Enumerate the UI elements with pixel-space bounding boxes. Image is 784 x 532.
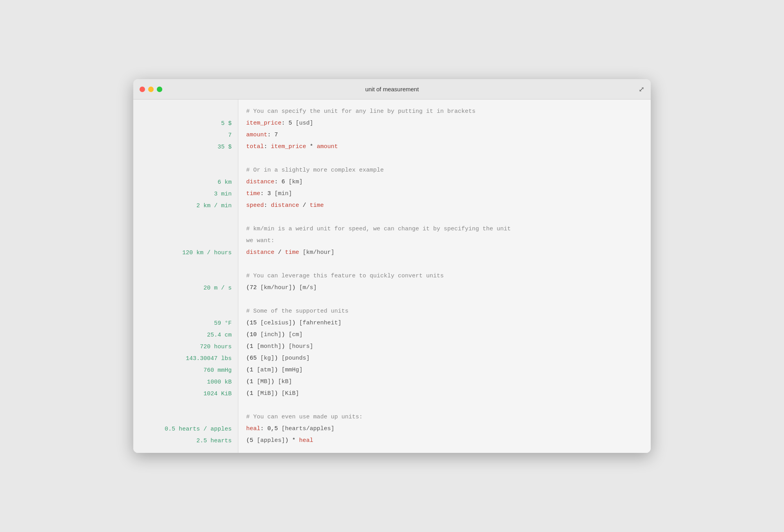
result-row: 6 km — [133, 176, 238, 188]
code-line: (5 [apples]) * heal — [246, 435, 643, 447]
result-row — [133, 153, 238, 165]
fullscreen-icon[interactable]: ⤢ — [639, 85, 644, 94]
code-line: (1 [MB]) [kB] — [246, 376, 643, 388]
code-line: (65 [kg]) [pounds] — [246, 353, 643, 364]
result-row: 120 km / hours — [133, 247, 238, 259]
result-row: 1024 KiB — [133, 388, 238, 400]
code-line: distance / time [km/hour] — [246, 247, 643, 259]
result-row: 3 min — [133, 188, 238, 200]
result-row: 760 mmHg — [133, 364, 238, 376]
code-line: speed: distance / time — [246, 200, 643, 212]
result-row — [133, 165, 238, 176]
minimize-button[interactable] — [148, 87, 154, 92]
result-row: 720 hours — [133, 341, 238, 353]
result-row: 2 km / min — [133, 200, 238, 212]
code-line: item_price: 5 [usd] — [246, 118, 643, 129]
window-controls-right: ⤢ — [639, 85, 644, 94]
result-row — [133, 411, 238, 423]
result-row: 59 °F — [133, 317, 238, 329]
result-row: 0.5 hearts / apples — [133, 423, 238, 435]
result-row — [133, 212, 238, 223]
result-row — [133, 294, 238, 306]
code-line: # You can leverage this feature to quick… — [246, 270, 643, 282]
code-line: # Some of the supported units — [246, 306, 643, 317]
code-line: (1 [month]) [hours] — [246, 341, 643, 353]
result-row: 1000 kB — [133, 376, 238, 388]
titlebar: unit of measurement ⤢ — [133, 79, 651, 100]
code-line: (10 [inch]) [cm] — [246, 329, 643, 341]
code-line: # km/min is a weird unit for speed, we c… — [246, 223, 643, 235]
code-line — [246, 259, 643, 270]
code-line: distance: 6 [km] — [246, 176, 643, 188]
result-row — [133, 400, 238, 411]
result-row: 7 — [133, 129, 238, 141]
code-line: (1 [atm]) [mmHg] — [246, 364, 643, 376]
maximize-button[interactable] — [157, 87, 162, 92]
code-line — [246, 212, 643, 223]
code-line — [246, 294, 643, 306]
result-row — [133, 235, 238, 247]
code-line: (1 [MiB]) [KiB] — [246, 388, 643, 400]
result-row — [133, 106, 238, 118]
code-line: (72 [km/hour]) [m/s] — [246, 282, 643, 294]
result-row: 2.5 hearts — [133, 435, 238, 447]
code-line: heal: 0,5 [hearts/apples] — [246, 423, 643, 435]
result-row: 25.4 cm — [133, 329, 238, 341]
result-row — [133, 306, 238, 317]
result-row: 20 m / s — [133, 282, 238, 294]
code-line: # Or in a slightly more complex example — [246, 165, 643, 176]
content-area: 5 $735 $6 km3 min2 km / min120 km / hour… — [133, 100, 651, 453]
code-line — [246, 153, 643, 165]
code-line — [246, 400, 643, 411]
result-row: 5 $ — [133, 118, 238, 129]
result-row — [133, 270, 238, 282]
app-window: unit of measurement ⤢ 5 $735 $6 km3 min2… — [133, 79, 651, 453]
code-line: # You can specify the unit for any line … — [246, 106, 643, 118]
code-line: (15 [celsius]) [fahrenheit] — [246, 317, 643, 329]
results-panel: 5 $735 $6 km3 min2 km / min120 km / hour… — [133, 100, 238, 453]
window-title: unit of measurement — [365, 86, 419, 92]
result-row — [133, 223, 238, 235]
code-line: # You can even use made up units: — [246, 411, 643, 423]
result-row — [133, 259, 238, 270]
result-row: 143.30047 lbs — [133, 353, 238, 364]
code-line: time: 3 [min] — [246, 188, 643, 200]
close-button[interactable] — [140, 87, 145, 92]
code-line: we want: — [246, 235, 643, 247]
code-line: amount: 7 — [246, 129, 643, 141]
result-row: 35 $ — [133, 141, 238, 153]
traffic-lights — [140, 87, 162, 92]
code-panel[interactable]: # You can specify the unit for any line … — [238, 100, 651, 453]
code-line: total: item_price * amount — [246, 141, 643, 153]
